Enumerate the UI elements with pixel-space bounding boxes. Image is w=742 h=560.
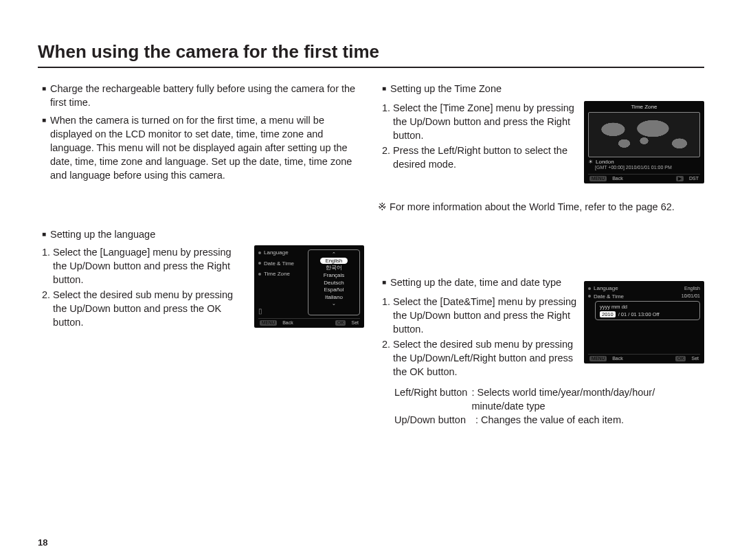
lang-step-2: 2.Select the desired sub menu by pressin… bbox=[42, 288, 247, 329]
dt-heading: ■ Setting up the date, time and date typ… bbox=[382, 276, 577, 289]
tz-step-2: 2.Press the Left/Right button to select … bbox=[382, 144, 577, 171]
dt-step-1: 1.Select the [Date&Time] menu by pressin… bbox=[382, 295, 577, 336]
square-bullet-icon: ■ bbox=[42, 113, 46, 182]
square-bullet-icon: ■ bbox=[42, 82, 46, 109]
dt-step-2: 2.Select the desired sub menu by pressin… bbox=[382, 337, 577, 379]
sun-icon: ☀ bbox=[588, 159, 593, 166]
intro-bullet-1: ■ Charge the rechargeable battery fully … bbox=[42, 82, 364, 109]
page-title: When using the camera for the first time bbox=[38, 41, 704, 68]
lang-heading-text: Setting up the language bbox=[50, 227, 155, 241]
page-number: 18 bbox=[38, 537, 47, 548]
lcd-language-screenshot: Language Date & Time Time Zone ▯ ⌃ Engli… bbox=[254, 245, 364, 328]
tz-heading: ■ Setting up the Time Zone bbox=[382, 82, 577, 96]
lang-step-1: 1.Select the [Language] menu by pressing… bbox=[42, 245, 247, 287]
tz-heading-text: Setting up the Time Zone bbox=[390, 82, 502, 96]
intro-text-2: When the camera is turned on for the fir… bbox=[50, 113, 364, 182]
lang-heading: ■ Setting up the language bbox=[42, 227, 364, 241]
square-bullet-icon: ■ bbox=[382, 276, 386, 289]
dt-note-lr: Left/Right button : Selects world time/y… bbox=[394, 385, 704, 413]
dt-heading-text: Setting up the date, time and date type bbox=[390, 276, 561, 289]
lcd-timezone-screenshot: Time Zone ☀London [GMT +00:00] 2010/01/0… bbox=[584, 101, 704, 183]
dt-note-ud: Up/Down button : Changes the value of ea… bbox=[394, 413, 704, 427]
square-bullet-icon: ■ bbox=[42, 227, 46, 241]
square-bullet-icon: ■ bbox=[382, 82, 386, 96]
lcd-datetime-screenshot: LanguageEnglish Date & Time10/01/01 yyyy… bbox=[584, 281, 704, 363]
intro-bullet-2: ■ When the camera is turned on for the f… bbox=[42, 113, 364, 182]
intro-text-1: Charge the rechargeable battery fully be… bbox=[50, 82, 364, 109]
tz-note: ※ For more information about the World T… bbox=[378, 200, 704, 214]
battery-icon: ▯ bbox=[258, 307, 304, 315]
world-map-icon bbox=[588, 112, 700, 157]
tz-step-1: 1.Select the [Time Zone] menu by pressin… bbox=[382, 101, 577, 142]
